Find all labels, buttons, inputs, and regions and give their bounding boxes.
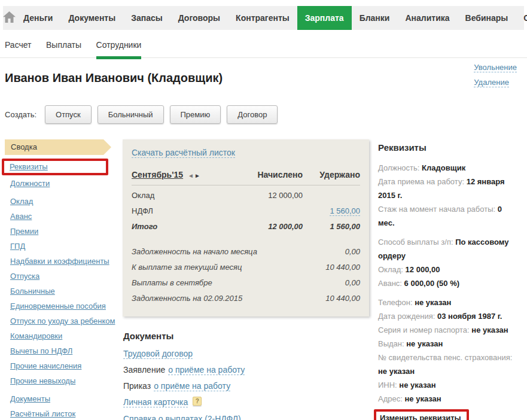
field-passport-issuer: Выдан: не указан — [378, 337, 520, 351]
field-value: 12 000,00 — [406, 265, 440, 274]
sidebar-item-gpd[interactable]: ГПД — [10, 242, 25, 251]
table-row: Оклад 12 000,00 — [132, 188, 360, 203]
field-value: не указан — [399, 381, 435, 389]
list-item: Личная карточка? — [123, 397, 369, 407]
table-row: НДФЛ 1 560,00 — [132, 203, 360, 219]
create-sickleave-button[interactable]: Больничный — [98, 105, 164, 124]
sidebar-item-sickleaves[interactable]: Больничные — [10, 287, 55, 296]
prev-month-icon[interactable]: ◄ — [188, 172, 194, 179]
ndfl-amount-link[interactable]: 1 560,00 — [330, 206, 360, 216]
nav-item-salary-active[interactable]: Зарплата — [297, 6, 352, 30]
subnav-item-employees-active[interactable]: Сотрудники — [96, 40, 142, 57]
create-contract-button[interactable]: Договор — [227, 105, 278, 124]
sidebar-item-bonuses[interactable]: Премии — [10, 227, 38, 236]
nav-item-contracts[interactable]: Договоры — [170, 6, 228, 30]
subnav-item-payouts[interactable]: Выплаты — [46, 40, 81, 57]
create-toolbar: Создать: Отпуск Больничный Премию Догово… — [5, 105, 527, 124]
nav-item-analytics[interactable]: Аналитика — [397, 6, 457, 30]
sidebar-item-summary-active[interactable]: Сводка — [5, 139, 111, 155]
deletion-link[interactable]: Удаление — [474, 78, 509, 87]
total-row: Итого 12 000,00 1 560,00 — [132, 219, 360, 235]
nav-item-reports[interactable]: Отчеты — [516, 6, 527, 30]
summary-row: Выплаты в сентябре 0,00 — [132, 275, 360, 291]
sidebar-item-payslip[interactable]: Расчётный листок — [10, 409, 75, 418]
hiring-order-link[interactable]: о приёме на работу — [154, 381, 230, 391]
hiring-application-link[interactable]: о приёме на работу — [168, 365, 245, 375]
sidebar-item-positions[interactable]: Должности — [10, 179, 50, 188]
header-separator — [132, 185, 360, 185]
summary-label: Выплаты в сентябре — [132, 278, 345, 287]
home-nav-item[interactable] — [3, 6, 16, 30]
field-label: Дата рождения: — [378, 312, 435, 321]
sidebar-item-lumpsum-benefits[interactable]: Единовременные пособия — [10, 302, 106, 311]
page-title: Иванов Иван Иванович (Кладовщик) — [5, 71, 522, 85]
field-inn: ИНН: не указан — [378, 378, 520, 392]
balance-summary: Задолженность на начало месяца 0,00 К вы… — [132, 244, 360, 306]
sidebar: Сводка Реквизиты Должности Оклад Аванс П… — [5, 139, 123, 420]
summary-row: Задолженность на 02.09.2015 10 440,00 — [132, 291, 360, 306]
field-value: не указан — [471, 325, 508, 334]
field-passport: Серия и номер паспорта: не указан — [378, 323, 520, 337]
sidebar-links: Должности Оклад Аванс Премии ГПД Надбавк… — [5, 179, 123, 418]
list-item: Заявлениео приёме на работу — [123, 365, 369, 375]
subnav-item-calculation[interactable]: Расчет — [5, 40, 32, 57]
row-accrued-value: 12 000,00 — [238, 191, 303, 200]
nav-item-counterparties[interactable]: Контрагенты — [228, 6, 297, 30]
payslip-panel: Скачать расчётный листок Сентябрь'15 ◄► … — [123, 139, 369, 316]
sidebar-item-ndfl-deductions[interactable]: Вычеты по НДФЛ — [10, 346, 72, 355]
employment-contract-link[interactable]: Трудовой договор — [123, 349, 193, 359]
nav-item-forms[interactable]: Бланки — [352, 6, 398, 30]
annotation-box-requisites: Реквизиты — [2, 159, 108, 175]
doc-prefix: Заявление — [123, 365, 165, 375]
requisites-panel: Реквизиты Должность: Кладовщик Дата прие… — [369, 139, 520, 420]
field-advance: Аванс: 6 000,00 (50 %) — [378, 276, 520, 290]
sidebar-item-requisites[interactable]: Реквизиты — [10, 162, 48, 171]
sidebar-item-other-accruals[interactable]: Прочие начисления — [10, 361, 81, 370]
field-value: не указан — [415, 298, 451, 307]
personal-card-link[interactable]: Личная карточка — [123, 397, 188, 407]
nav-item-money[interactable]: Деньги — [16, 6, 60, 30]
download-payslip-link[interactable]: Скачать расчётный листок — [132, 148, 235, 158]
field-value: Кладовщик — [422, 163, 465, 172]
sidebar-item-documents[interactable]: Документы — [10, 394, 50, 403]
sidebar-item-advance[interactable]: Аванс — [10, 212, 32, 221]
field-value: не указан — [404, 394, 441, 403]
field-pension-certificate: № свидетельства пенс. страхования: не ук… — [378, 351, 520, 378]
header-actions: Увольнение Удаление — [474, 63, 517, 93]
field-label: Выдан: — [378, 339, 404, 348]
field-birth-date: Дата рождения: 03 ноября 1987 г. — [378, 309, 520, 323]
next-month-icon[interactable]: ► — [194, 172, 200, 179]
summary-value: 0,00 — [345, 278, 360, 287]
column-header-accrued: Начислено — [238, 170, 303, 179]
nav-item-documents[interactable]: Документы — [60, 6, 123, 30]
sidebar-item-business-trips[interactable]: Командировки — [10, 331, 62, 340]
field-label: Способ выплаты з/п: — [378, 238, 453, 246]
create-vacation-button[interactable]: Отпуск — [45, 105, 92, 124]
ndfl2-certificate-link[interactable]: Справка о выплатах (2-НДФЛ) — [123, 414, 241, 420]
field-label: Дата приема на работу: — [378, 177, 464, 186]
dismissal-link[interactable]: Увольнение — [474, 63, 517, 72]
field-label: Должность: — [378, 163, 419, 172]
field-label: Телефон: — [378, 298, 413, 307]
field-label: Стаж на момент начала работы: — [378, 205, 495, 214]
sidebar-item-other-absences[interactable]: Прочие невыходы — [10, 376, 75, 385]
sidebar-item-vacations[interactable]: Отпуска — [10, 272, 39, 281]
field-label: ИНН: — [378, 381, 397, 389]
nav-item-stock[interactable]: Запасы — [123, 6, 170, 30]
field-label: Оклад: — [378, 265, 403, 274]
field-value: не указан — [406, 339, 443, 348]
nav-item-webinars[interactable]: Вебинары — [458, 6, 516, 30]
sidebar-item-childcare-leave[interactable]: Отпуск по уходу за ребенком — [10, 316, 115, 325]
field-value: не указан — [378, 367, 415, 376]
summary-label: Задолженность на начало месяца — [132, 247, 345, 256]
help-icon[interactable]: ? — [193, 397, 202, 406]
documents-section: Документы Трудовой договор Заявлениео пр… — [123, 331, 369, 420]
field-position: Должность: Кладовщик — [378, 161, 520, 175]
create-label: Создать: — [5, 110, 36, 119]
edit-requisites-link[interactable]: Изменить реквизиты — [380, 413, 461, 420]
month-selector[interactable]: Сентябрь'15 — [132, 170, 183, 179]
sidebar-item-salary[interactable]: Оклад — [10, 197, 33, 206]
field-label: Адрес: — [378, 394, 403, 403]
sidebar-item-allowances[interactable]: Надбавки и коэффициенты — [10, 257, 109, 266]
create-bonus-button[interactable]: Премию — [170, 105, 221, 124]
